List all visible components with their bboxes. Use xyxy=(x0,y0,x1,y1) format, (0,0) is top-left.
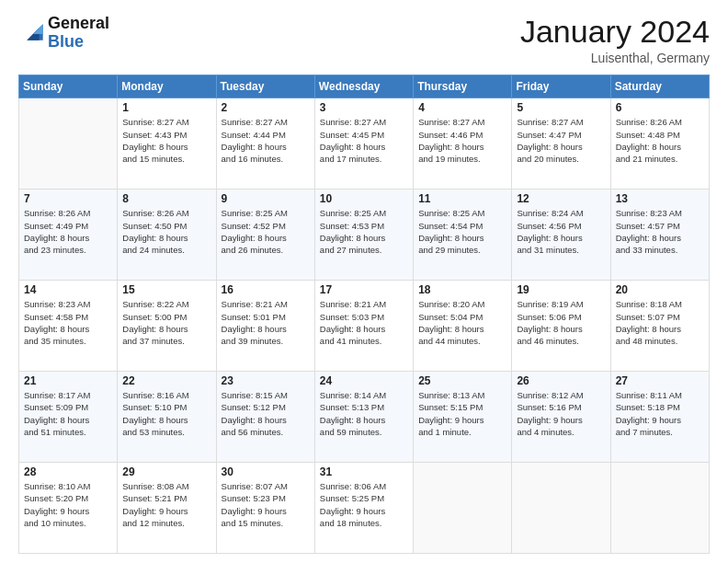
day-number: 6 xyxy=(616,101,704,114)
day-number: 17 xyxy=(320,283,408,296)
day-detail: Sunrise: 8:12 AM Sunset: 5:16 PM Dayligh… xyxy=(517,389,605,438)
weekday-header-sunday: Sunday xyxy=(19,75,118,98)
calendar-cell: 9Sunrise: 8:25 AM Sunset: 4:52 PM Daylig… xyxy=(216,190,314,281)
day-number: 7 xyxy=(24,192,112,205)
day-number: 27 xyxy=(616,374,704,387)
calendar-cell: 22Sunrise: 8:16 AM Sunset: 5:10 PM Dayli… xyxy=(118,372,216,463)
calendar-cell: 21Sunrise: 8:17 AM Sunset: 5:09 PM Dayli… xyxy=(19,372,118,463)
calendar-cell: 2Sunrise: 8:27 AM Sunset: 4:44 PM Daylig… xyxy=(216,98,314,190)
weekday-header-row: SundayMondayTuesdayWednesdayThursdayFrid… xyxy=(19,75,710,98)
day-detail: Sunrise: 8:25 AM Sunset: 4:52 PM Dayligh… xyxy=(222,207,310,256)
calendar-cell: 8Sunrise: 8:26 AM Sunset: 4:50 PM Daylig… xyxy=(118,190,216,281)
day-number: 16 xyxy=(222,283,310,296)
day-detail: Sunrise: 8:25 AM Sunset: 4:53 PM Dayligh… xyxy=(320,207,408,256)
day-number: 9 xyxy=(222,192,310,205)
week-row-4: 21Sunrise: 8:17 AM Sunset: 5:09 PM Dayli… xyxy=(19,372,710,463)
day-number: 31 xyxy=(320,465,408,478)
day-detail: Sunrise: 8:26 AM Sunset: 4:50 PM Dayligh… xyxy=(122,207,210,256)
day-number: 24 xyxy=(320,374,408,387)
day-detail: Sunrise: 8:11 AM Sunset: 5:18 PM Dayligh… xyxy=(616,389,704,438)
day-detail: Sunrise: 8:18 AM Sunset: 5:07 PM Dayligh… xyxy=(616,298,704,347)
calendar-cell: 3Sunrise: 8:27 AM Sunset: 4:45 PM Daylig… xyxy=(314,98,413,190)
day-number: 23 xyxy=(222,374,310,387)
day-number: 21 xyxy=(24,374,112,387)
weekday-header-friday: Friday xyxy=(512,75,610,98)
week-row-5: 28Sunrise: 8:10 AM Sunset: 5:20 PM Dayli… xyxy=(19,463,710,554)
calendar-cell: 31Sunrise: 8:06 AM Sunset: 5:25 PM Dayli… xyxy=(314,463,413,554)
day-number: 15 xyxy=(122,283,210,296)
day-detail: Sunrise: 8:21 AM Sunset: 5:03 PM Dayligh… xyxy=(320,298,408,347)
day-detail: Sunrise: 8:25 AM Sunset: 4:54 PM Dayligh… xyxy=(418,207,506,256)
calendar-cell: 11Sunrise: 8:25 AM Sunset: 4:54 PM Dayli… xyxy=(414,190,512,281)
page: General Blue January 2024 Luisenthal, Ge… xyxy=(0,0,728,563)
location: Luisenthal, Germany xyxy=(520,51,710,65)
header: General Blue January 2024 Luisenthal, Ge… xyxy=(18,15,710,65)
day-detail: Sunrise: 8:24 AM Sunset: 4:56 PM Dayligh… xyxy=(517,207,605,256)
weekday-header-thursday: Thursday xyxy=(414,75,512,98)
day-detail: Sunrise: 8:20 AM Sunset: 5:04 PM Dayligh… xyxy=(418,298,506,347)
week-row-3: 14Sunrise: 8:23 AM Sunset: 4:58 PM Dayli… xyxy=(19,281,710,372)
day-number: 10 xyxy=(320,192,408,205)
day-detail: Sunrise: 8:21 AM Sunset: 5:01 PM Dayligh… xyxy=(222,298,310,347)
logo-icon xyxy=(22,19,48,45)
calendar-cell: 18Sunrise: 8:20 AM Sunset: 5:04 PM Dayli… xyxy=(414,281,512,372)
day-detail: Sunrise: 8:27 AM Sunset: 4:43 PM Dayligh… xyxy=(122,116,210,165)
calendar-cell: 26Sunrise: 8:12 AM Sunset: 5:16 PM Dayli… xyxy=(512,372,610,463)
calendar-cell: 13Sunrise: 8:23 AM Sunset: 4:57 PM Dayli… xyxy=(610,190,709,281)
calendar-cell: 17Sunrise: 8:21 AM Sunset: 5:03 PM Dayli… xyxy=(314,281,413,372)
day-number: 30 xyxy=(222,465,310,478)
day-number: 14 xyxy=(24,283,112,296)
day-number: 22 xyxy=(122,374,210,387)
day-detail: Sunrise: 8:23 AM Sunset: 4:58 PM Dayligh… xyxy=(24,298,112,347)
calendar-table: SundayMondayTuesdayWednesdayThursdayFrid… xyxy=(18,75,710,554)
calendar-cell: 10Sunrise: 8:25 AM Sunset: 4:53 PM Dayli… xyxy=(314,190,413,281)
calendar-cell: 15Sunrise: 8:22 AM Sunset: 5:00 PM Dayli… xyxy=(118,281,216,372)
weekday-header-wednesday: Wednesday xyxy=(314,75,413,98)
day-detail: Sunrise: 8:22 AM Sunset: 5:00 PM Dayligh… xyxy=(122,298,210,347)
day-detail: Sunrise: 8:27 AM Sunset: 4:44 PM Dayligh… xyxy=(222,116,310,165)
weekday-header-tuesday: Tuesday xyxy=(216,75,314,98)
calendar-cell: 27Sunrise: 8:11 AM Sunset: 5:18 PM Dayli… xyxy=(610,372,709,463)
logo-general: General xyxy=(48,15,109,33)
calendar-cell: 20Sunrise: 8:18 AM Sunset: 5:07 PM Dayli… xyxy=(610,281,709,372)
calendar-cell: 7Sunrise: 8:26 AM Sunset: 4:49 PM Daylig… xyxy=(19,190,118,281)
calendar-cell: 1Sunrise: 8:27 AM Sunset: 4:43 PM Daylig… xyxy=(118,98,216,190)
day-detail: Sunrise: 8:27 AM Sunset: 4:46 PM Dayligh… xyxy=(418,116,506,165)
week-row-2: 7Sunrise: 8:26 AM Sunset: 4:49 PM Daylig… xyxy=(19,190,710,281)
day-detail: Sunrise: 8:07 AM Sunset: 5:23 PM Dayligh… xyxy=(222,480,310,529)
day-detail: Sunrise: 8:19 AM Sunset: 5:06 PM Dayligh… xyxy=(517,298,605,347)
calendar-cell: 30Sunrise: 8:07 AM Sunset: 5:23 PM Dayli… xyxy=(216,463,314,554)
day-number: 25 xyxy=(418,374,506,387)
calendar-cell: 5Sunrise: 8:27 AM Sunset: 4:47 PM Daylig… xyxy=(512,98,610,190)
day-detail: Sunrise: 8:27 AM Sunset: 4:47 PM Dayligh… xyxy=(517,116,605,165)
day-detail: Sunrise: 8:27 AM Sunset: 4:45 PM Dayligh… xyxy=(320,116,408,165)
calendar-cell: 19Sunrise: 8:19 AM Sunset: 5:06 PM Dayli… xyxy=(512,281,610,372)
day-number: 8 xyxy=(122,192,210,205)
calendar-cell: 28Sunrise: 8:10 AM Sunset: 5:20 PM Dayli… xyxy=(19,463,118,554)
day-detail: Sunrise: 8:08 AM Sunset: 5:21 PM Dayligh… xyxy=(122,480,210,529)
title-block: January 2024 Luisenthal, Germany xyxy=(520,15,710,65)
day-number: 28 xyxy=(24,465,112,478)
day-number: 18 xyxy=(418,283,506,296)
logo: General Blue xyxy=(18,15,109,52)
calendar-cell: 4Sunrise: 8:27 AM Sunset: 4:46 PM Daylig… xyxy=(414,98,512,190)
calendar-cell: 16Sunrise: 8:21 AM Sunset: 5:01 PM Dayli… xyxy=(216,281,314,372)
day-number: 29 xyxy=(122,465,210,478)
day-number: 20 xyxy=(616,283,704,296)
day-detail: Sunrise: 8:15 AM Sunset: 5:12 PM Dayligh… xyxy=(222,389,310,438)
day-number: 2 xyxy=(222,101,310,114)
calendar-cell: 23Sunrise: 8:15 AM Sunset: 5:12 PM Dayli… xyxy=(216,372,314,463)
day-number: 13 xyxy=(616,192,704,205)
week-row-1: 1Sunrise: 8:27 AM Sunset: 4:43 PM Daylig… xyxy=(19,98,710,190)
calendar-cell xyxy=(19,98,118,190)
day-number: 11 xyxy=(418,192,506,205)
day-detail: Sunrise: 8:14 AM Sunset: 5:13 PM Dayligh… xyxy=(320,389,408,438)
day-detail: Sunrise: 8:06 AM Sunset: 5:25 PM Dayligh… xyxy=(320,480,408,529)
calendar-cell xyxy=(512,463,610,554)
calendar-cell: 25Sunrise: 8:13 AM Sunset: 5:15 PM Dayli… xyxy=(414,372,512,463)
day-number: 4 xyxy=(418,101,506,114)
calendar-cell xyxy=(610,463,709,554)
day-detail: Sunrise: 8:10 AM Sunset: 5:20 PM Dayligh… xyxy=(24,480,112,529)
calendar-cell: 24Sunrise: 8:14 AM Sunset: 5:13 PM Dayli… xyxy=(314,372,413,463)
calendar-cell: 12Sunrise: 8:24 AM Sunset: 4:56 PM Dayli… xyxy=(512,190,610,281)
